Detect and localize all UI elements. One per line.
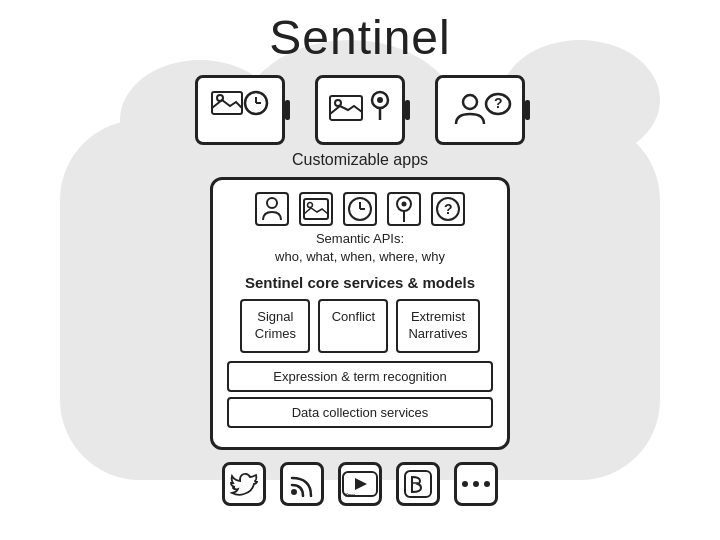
svg-point-31 <box>473 481 479 487</box>
svg-point-24 <box>291 489 297 495</box>
api-icon-image <box>299 192 333 226</box>
customizable-apps-label: Customizable apps <box>292 151 428 169</box>
svg-marker-26 <box>355 478 367 490</box>
more-icon <box>454 462 498 506</box>
tablet-image-clock <box>195 75 285 145</box>
service-conflict: Conflict <box>318 299 388 353</box>
social-icons-row: You <box>222 462 498 506</box>
blogger-icon <box>396 462 440 506</box>
twitter-icon <box>222 462 266 506</box>
tablet3-icon: ? <box>448 88 513 132</box>
expression-term-box: Expression & term recognition <box>227 361 493 392</box>
api-icons-row: ? <box>255 192 465 226</box>
svg-point-8 <box>377 97 383 103</box>
svg-point-13 <box>267 198 277 208</box>
svg-text:You: You <box>344 492 355 497</box>
page-title: Sentinel <box>269 10 450 65</box>
tablet2-icon <box>328 88 393 132</box>
api-icon-question: ? <box>431 192 465 226</box>
svg-text:?: ? <box>444 201 453 217</box>
service-extremist-narratives: ExtremistNarratives <box>396 299 479 353</box>
semantic-apis-title: Semantic APIs: who, what, when, where, w… <box>275 230 445 266</box>
svg-point-20 <box>402 202 407 207</box>
core-services-label: Sentinel core services & models <box>245 274 475 291</box>
api-icon-clock <box>343 192 377 226</box>
rss-icon <box>280 462 324 506</box>
svg-point-32 <box>484 481 490 487</box>
svg-point-15 <box>308 203 313 208</box>
svg-rect-14 <box>304 199 328 219</box>
data-collection-box: Data collection services <box>227 397 493 428</box>
svg-point-30 <box>462 481 468 487</box>
tablet-map <box>315 75 405 145</box>
service-signal-crimes: SignalCrimes <box>240 299 310 353</box>
svg-text:?: ? <box>494 95 503 111</box>
youtube-icon: You <box>338 462 382 506</box>
api-icon-location <box>387 192 421 226</box>
svg-point-10 <box>463 95 477 109</box>
api-icon-person <box>255 192 289 226</box>
main-box: ? Semantic APIs: who, what, when, where,… <box>210 177 510 450</box>
tablet-person: ? <box>435 75 525 145</box>
devices-row: ? <box>195 75 525 145</box>
service-boxes: SignalCrimes Conflict ExtremistNarrative… <box>227 299 493 353</box>
tablet1-icon <box>210 88 270 132</box>
